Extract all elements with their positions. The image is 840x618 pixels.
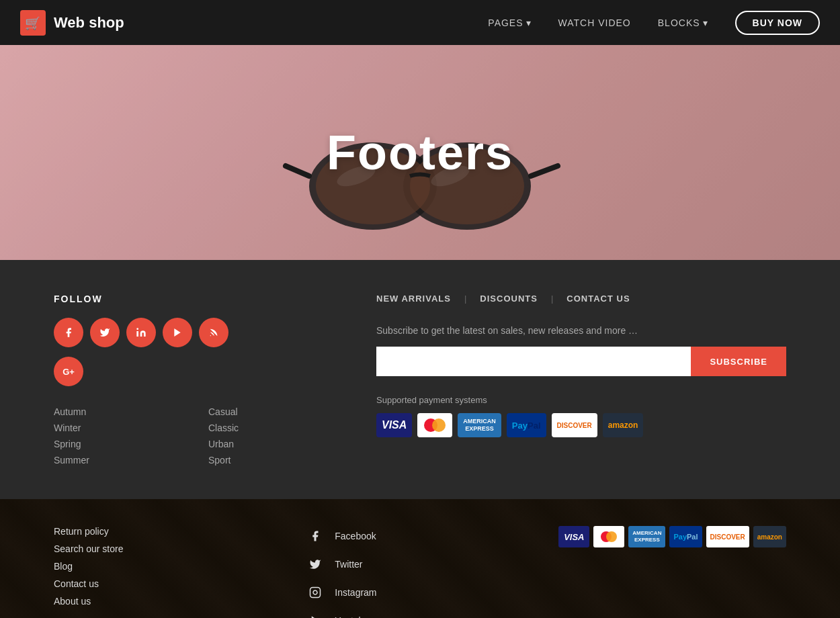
payment-icons: VISA AMERICANEXPRESS PayPal DISCOVER ama… xyxy=(376,413,786,437)
social-link-facebook[interactable]: Facebook xyxy=(305,526,376,546)
social-facebook-btn[interactable] xyxy=(54,318,83,347)
payment-amazon: amazon xyxy=(603,413,644,437)
hero-title: Footers xyxy=(327,125,513,180)
footer-bottom-payment: VISA AMERICANEXPRESS PayPal DISCOVER ama… xyxy=(558,526,786,547)
link-return-policy[interactable]: Return policy xyxy=(54,526,124,537)
tab-discounts[interactable]: DISCOUNTS xyxy=(480,294,538,306)
svg-point-12 xyxy=(210,335,211,336)
link-contact-us[interactable]: Contact us xyxy=(54,578,124,589)
footer-links-grid: Autumn Casual Winter Classic Spring Urba… xyxy=(54,406,336,466)
payment-paypal: PayPal xyxy=(507,413,546,437)
payment-amex: AMERICANEXPRESS xyxy=(458,413,501,437)
tab-new-arrivals[interactable]: NEW ARRIVALS xyxy=(376,294,451,306)
payment-sm-visa: VISA xyxy=(558,526,589,547)
buy-now-button[interactable]: BUY NOW xyxy=(735,11,820,35)
payment-mastercard xyxy=(417,413,452,437)
nav-links: PAGES ▾ WATCH VIDEO BLOCKS ▾ BUY NOW xyxy=(488,11,820,35)
social-link-instagram[interactable]: Instagram xyxy=(305,582,376,603)
payment-visa: VISA xyxy=(376,413,412,437)
footer-bottom-links: Return policy Search our store Blog Cont… xyxy=(54,526,124,607)
payment-label: Supported payment systems xyxy=(376,395,786,405)
svg-line-6 xyxy=(286,166,309,176)
link-blog[interactable]: Blog xyxy=(54,561,124,572)
link-classic[interactable]: Classic xyxy=(208,423,336,433)
cart-icon: 🛒 xyxy=(20,10,46,36)
youtube-icon xyxy=(305,611,325,618)
pages-dropdown-icon: ▾ xyxy=(526,17,532,28)
footer-bottom-bg xyxy=(0,499,840,618)
social-link-twitter[interactable]: Twitter xyxy=(305,554,376,574)
nav-blocks[interactable]: BLOCKS ▾ xyxy=(658,17,708,28)
link-search-store[interactable]: Search our store xyxy=(54,543,124,554)
footer-bottom-social: Facebook Twitter Instagram Youtube G+ Go… xyxy=(305,526,376,618)
payment-sm-paypal: PayPal xyxy=(669,526,702,547)
link-autumn[interactable]: Autumn xyxy=(54,406,181,417)
hero-section: Footers xyxy=(0,45,840,260)
link-winter[interactable]: Winter xyxy=(54,423,181,433)
subscribe-row: SUBSCRIBE xyxy=(376,347,786,376)
subscribe-description: Subscribe to get the latest on sales, ne… xyxy=(376,325,786,336)
link-about-us[interactable]: About us xyxy=(54,596,124,607)
social-googleplus-btn[interactable]: G+ xyxy=(54,357,83,386)
navbar: 🛒 Web shop PAGES ▾ WATCH VIDEO BLOCKS ▾ … xyxy=(0,0,840,45)
social-icons-row-1 xyxy=(54,318,336,347)
instagram-icon xyxy=(305,582,325,603)
facebook-icon xyxy=(305,526,325,546)
link-sport[interactable]: Sport xyxy=(208,455,336,466)
footer-bottom: Return policy Search our store Blog Cont… xyxy=(0,499,840,618)
payment-discover: DISCOVER xyxy=(552,413,597,437)
brand-logo[interactable]: 🛒 Web shop xyxy=(20,10,124,36)
social-linkedin-btn[interactable] xyxy=(126,318,156,347)
subscribe-input[interactable] xyxy=(376,347,691,376)
nav-watch-video[interactable]: WATCH VIDEO xyxy=(558,17,631,28)
payment-sm-amazon: amazon xyxy=(753,526,786,547)
footer-main: FOLLOW G+ Autumn Casual xyxy=(0,260,840,499)
follow-heading: FOLLOW xyxy=(54,294,336,304)
payment-sm-amex: AMERICANEXPRESS xyxy=(628,526,665,547)
blocks-dropdown-icon: ▾ xyxy=(703,17,708,28)
svg-marker-11 xyxy=(174,328,180,337)
subscribe-button[interactable]: SUBSCRIBE xyxy=(691,347,786,376)
social-twitter-btn[interactable] xyxy=(90,318,120,347)
svg-point-10 xyxy=(136,328,138,330)
tab-contact-us[interactable]: CONTACT US xyxy=(566,294,630,306)
footer-tabs: NEW ARRIVALS | DISCOUNTS | CONTACT US xyxy=(376,294,786,306)
footer-left-col: FOLLOW G+ Autumn Casual xyxy=(54,294,336,466)
nav-pages[interactable]: PAGES ▾ xyxy=(488,17,531,28)
social-youtube-btn[interactable] xyxy=(163,318,192,347)
link-spring[interactable]: Spring xyxy=(54,439,181,449)
social-link-youtube[interactable]: Youtube xyxy=(305,611,376,618)
link-casual[interactable]: Casual xyxy=(208,406,336,417)
payment-sm-mc xyxy=(593,526,624,547)
social-icons-row-2: G+ xyxy=(54,357,336,386)
link-urban[interactable]: Urban xyxy=(208,439,336,449)
payment-sm-discover: DISCOVER xyxy=(706,526,749,547)
svg-rect-13 xyxy=(310,588,321,598)
link-summer[interactable]: Summer xyxy=(54,455,181,466)
svg-text:🛒: 🛒 xyxy=(25,15,41,30)
twitter-icon xyxy=(305,554,325,574)
svg-line-7 xyxy=(531,166,558,176)
footer-right-col: NEW ARRIVALS | DISCOUNTS | CONTACT US Su… xyxy=(376,294,786,466)
brand-name: Web shop xyxy=(54,14,124,32)
social-rss-btn[interactable] xyxy=(199,318,228,347)
